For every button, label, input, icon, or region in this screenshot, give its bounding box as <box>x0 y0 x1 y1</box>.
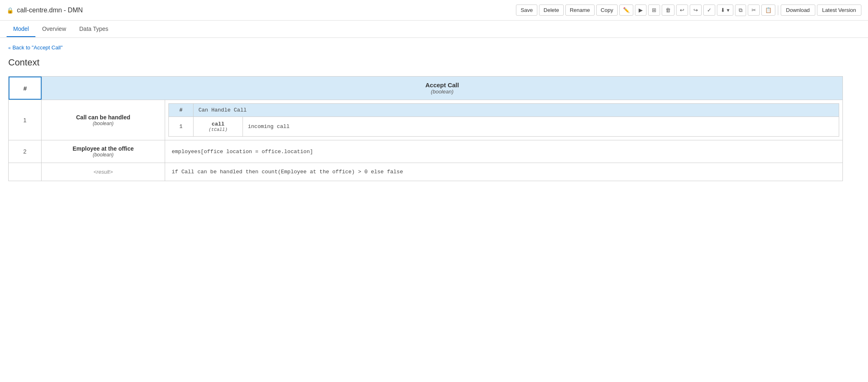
context-result-label[interactable]: <result> <box>42 163 165 181</box>
context-row-1: 1 Call can be handled (boolean) # Can Ha… <box>9 100 842 140</box>
context-row-2-num[interactable]: 2 <box>9 140 42 163</box>
context-row-1-num[interactable]: 1 <box>9 100 42 140</box>
rename-button[interactable]: Rename <box>565 5 595 16</box>
header: 🔒 call-centre.dmn - DMN Save Delete Rena… <box>0 0 868 21</box>
nested-row-1-label-main: call <box>212 121 224 127</box>
context-row-2-label-type: (boolean) <box>93 152 114 158</box>
trash-icon-button[interactable]: 🗑 <box>662 5 674 16</box>
nested-header-row: # Can Handle Call <box>169 104 839 117</box>
clipboard-icon-button[interactable]: 📋 <box>761 5 775 16</box>
lock-icon: 🔒 <box>7 7 14 14</box>
pencil-icon-button[interactable]: ✏️ <box>619 5 633 16</box>
nested-row-1-value[interactable]: incoming call <box>243 117 839 136</box>
nested-header-title[interactable]: Can Handle Call <box>194 104 839 116</box>
context-table-header-row: # Accept Call (boolean) <box>9 77 842 100</box>
play-icon-button[interactable]: ▶ <box>635 5 646 16</box>
tab-overview[interactable]: Overview <box>35 21 72 37</box>
copy-button[interactable]: Copy <box>596 5 618 16</box>
tab-data-types[interactable]: Data Types <box>73 21 115 37</box>
app-title: call-centre.dmn - DMN <box>17 7 83 14</box>
tabs: Model Overview Data Types <box>0 21 868 38</box>
nested-row-1-label-type: (tCall) <box>208 127 227 132</box>
nested-body-row-1: 1 call (tCall) incoming call <box>169 117 839 136</box>
content-area: « Back to "Accept Call" Context # Accept… <box>0 38 868 189</box>
redo-icon-button[interactable]: ↪ <box>690 5 702 16</box>
context-header-title-main: Accept Call <box>425 82 459 89</box>
nested-row-1-label[interactable]: call (tCall) <box>194 117 243 136</box>
save-button[interactable]: Save <box>516 5 537 16</box>
nested-header-hash[interactable]: # <box>169 104 194 116</box>
context-row-2-value[interactable]: employees[office location = office.locat… <box>165 140 842 163</box>
context-row-1-value: # Can Handle Call 1 call (tCall) <box>165 100 842 140</box>
context-row-1-label[interactable]: Call can be handled (boolean) <box>42 100 165 140</box>
delete-button[interactable]: Delete <box>539 5 564 16</box>
export-dropdown-button[interactable]: ⬇ ▾ <box>717 5 733 16</box>
nested-table: # Can Handle Call 1 call (tCall) <box>168 103 839 137</box>
back-link-text: Back to "Accept Call" <box>12 44 63 51</box>
context-table: # Accept Call (boolean) 1 Call can be ha… <box>8 76 843 181</box>
header-title: 🔒 call-centre.dmn - DMN <box>7 7 83 14</box>
toolbar: Save Delete Rename Copy ✏️ ▶ ⊞ 🗑 ↩ ↪ ✓ ⬇… <box>516 5 861 16</box>
grid-icon-button[interactable]: ⊞ <box>648 5 660 16</box>
undo-icon-button[interactable]: ↩ <box>676 5 688 16</box>
context-header-title-type: (boolean) <box>431 89 453 95</box>
latest-version-button[interactable]: Latest Version <box>817 5 861 16</box>
tab-model[interactable]: Model <box>7 21 35 37</box>
context-header-hash[interactable]: # <box>9 77 42 100</box>
context-row-2: 2 Employee at the office (boolean) emplo… <box>9 140 842 163</box>
context-row-1-label-type: (boolean) <box>93 121 114 126</box>
context-result-row: <result> if Call can be handled then cou… <box>9 163 842 181</box>
context-row-2-label[interactable]: Employee at the office (boolean) <box>42 140 165 163</box>
copy2-icon-button[interactable]: ⧉ <box>735 5 746 16</box>
page-title: Context <box>8 57 860 68</box>
check-icon-button[interactable]: ✓ <box>703 5 715 16</box>
download-button[interactable]: Download <box>781 5 815 16</box>
context-row-1-label-main: Call can be handled <box>76 114 130 121</box>
context-result-num <box>9 163 42 181</box>
chevron-left-icon: « <box>8 45 11 50</box>
context-result-value[interactable]: if Call can be handled then count(Employ… <box>165 163 842 181</box>
toolbar-separator <box>778 5 778 15</box>
back-link[interactable]: « Back to "Accept Call" <box>8 44 860 51</box>
context-header-title-cell[interactable]: Accept Call (boolean) <box>42 77 842 100</box>
context-row-2-label-main: Employee at the office <box>72 145 134 152</box>
scissors-icon-button[interactable]: ✂ <box>748 5 760 16</box>
nested-row-1-num[interactable]: 1 <box>169 117 194 136</box>
